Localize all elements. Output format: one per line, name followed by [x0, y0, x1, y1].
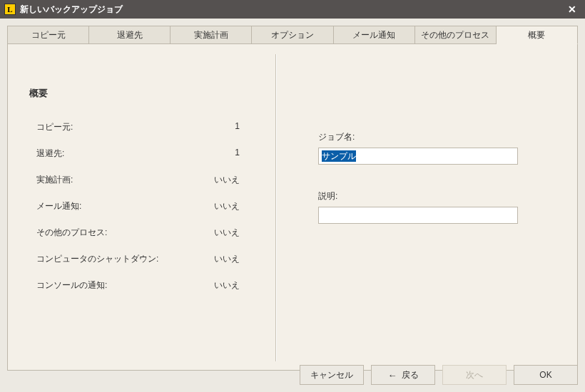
close-icon[interactable]: ✕: [564, 1, 581, 18]
next-button: 次へ: [442, 365, 507, 385]
summary-label-schedule: 実施計画:: [36, 174, 179, 186]
summary-row: コピー元: 1: [36, 121, 261, 133]
button-label: 戻る: [402, 369, 419, 381]
summary-column: 概要 コピー元: 1 退避先: 1 実施計画: いいえ メール通知: いいえ: [29, 87, 275, 361]
tab-label: オプション: [271, 30, 314, 40]
tab-label: メール通知: [352, 30, 395, 40]
job-name-label: ジョブ名:: [318, 131, 556, 143]
summary-row: その他のプロセス: いいえ: [36, 227, 261, 239]
summary-label-console-notify: コンソールの通知:: [36, 279, 179, 292]
tabstrip: コピー元 退避先 実施計画 オプション メール通知 その他のプロセス 概要: [7, 26, 578, 44]
summary-row: コンピュータのシャットダウン: いいえ: [36, 253, 261, 265]
job-name-group: ジョブ名: サンプル: [318, 131, 556, 165]
tab-other-processes[interactable]: その他のプロセス: [415, 26, 497, 44]
tab-label: 退避先: [117, 30, 143, 40]
summary-value-shutdown: いいえ: [179, 253, 261, 265]
tab-options[interactable]: オプション: [252, 26, 333, 44]
app-icon: L: [4, 4, 16, 15]
ok-button[interactable]: OK: [514, 365, 578, 385]
summary-value-copy-source: 1: [179, 121, 261, 133]
back-button[interactable]: ← 戻る: [371, 365, 435, 385]
button-label: OK: [539, 370, 551, 380]
summary-row: 実施計画: いいえ: [36, 174, 261, 186]
description-input[interactable]: [318, 207, 518, 224]
footer-buttons: キャンセル ← 戻る 次へ OK: [300, 365, 578, 385]
tab-destination[interactable]: 退避先: [89, 26, 171, 44]
summary-heading: 概要: [29, 87, 261, 100]
titlebar: L 新しいバックアップジョブ ✕: [0, 0, 585, 19]
description-label: 説明:: [318, 190, 556, 202]
summary-label-mail: メール通知:: [36, 200, 179, 212]
job-name-selected-text: サンプル: [322, 150, 356, 162]
tab-copy-source[interactable]: コピー元: [8, 26, 89, 44]
summary-value-console-notify: いいえ: [179, 279, 261, 292]
cancel-button[interactable]: キャンセル: [300, 365, 364, 385]
job-fields-column: ジョブ名: サンプル 説明:: [318, 87, 556, 361]
tab-label: 概要: [528, 30, 545, 40]
summary-label-other-processes: その他のプロセス:: [36, 227, 179, 239]
summary-row: コンソールの通知: いいえ: [36, 279, 261, 292]
summary-value-destination: 1: [179, 148, 261, 160]
summary-label-copy-source: コピー元:: [36, 121, 179, 133]
button-label: 次へ: [466, 369, 483, 381]
description-group: 説明:: [318, 190, 556, 224]
summary-row: 退避先: 1: [36, 148, 261, 160]
tab-label: その他のプロセス: [421, 30, 489, 40]
summary-row: メール通知: いいえ: [36, 200, 261, 212]
summary-label-destination: 退避先:: [36, 148, 179, 160]
button-label: キャンセル: [310, 369, 353, 381]
summary-label-shutdown: コンピュータのシャットダウン:: [36, 253, 179, 265]
tab-label: 実施計画: [194, 30, 228, 40]
job-name-input[interactable]: サンプル: [318, 148, 518, 165]
summary-value-schedule: いいえ: [179, 174, 261, 186]
summary-value-mail: いいえ: [179, 200, 261, 212]
window-title: 新しいバックアップジョブ: [20, 4, 564, 16]
tab-schedule[interactable]: 実施計画: [171, 26, 252, 44]
tab-summary[interactable]: 概要: [497, 26, 578, 44]
tab-panel-summary: 概要 コピー元: 1 退避先: 1 実施計画: いいえ メール通知: いいえ: [7, 44, 578, 371]
vertical-divider: [275, 54, 277, 361]
summary-value-other-processes: いいえ: [179, 227, 261, 239]
arrow-left-icon: ←: [388, 370, 397, 381]
tab-mail[interactable]: メール通知: [334, 26, 415, 44]
dialog-content: コピー元 退避先 実施計画 オプション メール通知 その他のプロセス 概要 概要…: [0, 19, 585, 392]
tab-label: コピー元: [31, 30, 66, 40]
